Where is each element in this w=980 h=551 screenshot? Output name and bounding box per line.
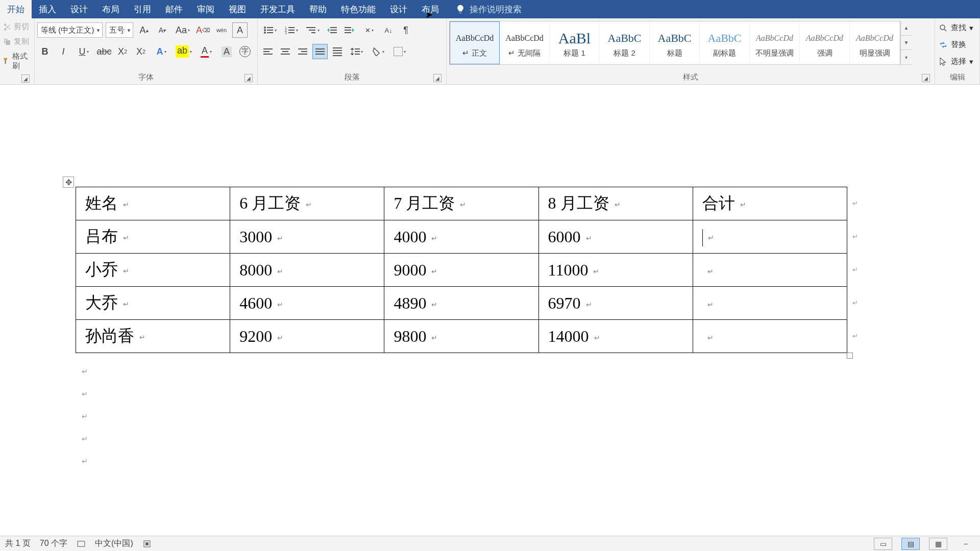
phonetic-guide-button[interactable]: wén (214, 22, 229, 38)
macro-icon[interactable] (142, 539, 152, 548)
increase-indent-button[interactable] (342, 22, 357, 38)
table-move-handle[interactable]: ✥ (63, 177, 74, 188)
font-color-button[interactable]: A▾ (197, 44, 216, 59)
select-button[interactable]: 选择▾ (938, 55, 977, 68)
cut-button[interactable]: 剪切 (3, 21, 32, 33)
align-right-button[interactable] (295, 44, 310, 59)
font-name-combo[interactable]: 等线 (中文正文) ▼ (37, 22, 103, 38)
print-layout-button[interactable]: ▤ (901, 538, 920, 550)
copy-button[interactable]: 复制 (3, 36, 32, 47)
shrink-font-button[interactable]: A▾ (155, 22, 170, 38)
web-layout-button[interactable]: ▦ (929, 538, 947, 550)
table-cell[interactable]: 9800↵ (384, 320, 538, 353)
highlight-button[interactable]: ab▾ (174, 44, 193, 59)
word-count[interactable]: 70 个字 (40, 538, 67, 549)
table-cell[interactable]: 4000↵ (384, 220, 538, 254)
asian-layout-button[interactable]: ✕▾ (359, 22, 379, 38)
style-item[interactable]: AaBbC副标题 (700, 21, 750, 64)
table-cell[interactable]: 6970↵ (538, 287, 693, 320)
numbering-button[interactable]: 123▾ (282, 22, 301, 38)
italic-button[interactable]: I (56, 44, 71, 59)
tab-table-layout[interactable]: 布局 (414, 0, 446, 18)
sort-button[interactable]: A↓ (381, 22, 396, 38)
shading-button[interactable]: ▾ (369, 44, 388, 59)
table-cell[interactable]: 8000↵ (230, 254, 384, 287)
gallery-more-button[interactable]: ▾ (901, 50, 912, 65)
find-button[interactable]: 查找▾ (938, 21, 977, 35)
char-shading-button[interactable]: A (219, 44, 234, 59)
table-cell[interactable]: 吕布↵ (76, 220, 230, 254)
gallery-up-button[interactable]: ▲ (901, 21, 912, 36)
borders-button[interactable]: ▾ (390, 44, 409, 59)
style-item[interactable]: AaBbCcDd明显强调 (850, 21, 900, 64)
grow-font-button[interactable]: A▴ (136, 22, 152, 38)
align-distributed-button[interactable] (330, 44, 345, 59)
gallery-down-button[interactable]: ▼ (901, 36, 912, 51)
subscript-button[interactable]: X2 (115, 44, 130, 59)
table-header-cell[interactable]: 合计↵↵ (693, 187, 847, 220)
align-justify-button[interactable] (312, 44, 328, 59)
table-cell[interactable]: ↵↵ (693, 287, 847, 320)
table-cell[interactable]: 4890↵ (384, 287, 538, 320)
table-cell[interactable]: 4600↵ (230, 287, 384, 320)
line-spacing-button[interactable]: ▾ (347, 44, 366, 59)
table-header-cell[interactable]: 8 月工资↵ (538, 187, 693, 220)
style-item[interactable]: AaBbCcDd强调 (800, 21, 850, 64)
font-launcher[interactable]: ◢ (244, 74, 253, 82)
clear-formatting-button[interactable]: A⌫ (195, 22, 211, 38)
zoom-out-button[interactable]: − (957, 538, 975, 550)
table-cell[interactable]: 11000↵ (538, 254, 693, 287)
tab-design[interactable]: 设计 (63, 0, 95, 18)
clipboard-launcher[interactable]: ◢ (21, 74, 30, 83)
underline-button[interactable]: U▾ (74, 44, 93, 59)
tab-developer[interactable]: 开发工具 (253, 0, 302, 18)
styles-launcher[interactable]: ◢ (922, 74, 930, 82)
table-cell[interactable]: ↵↵ (693, 320, 847, 353)
language-indicator[interactable]: 中文(中国) (95, 538, 133, 549)
table-cell[interactable]: 3000↵ (230, 220, 384, 254)
tab-help[interactable]: 帮助 (302, 0, 334, 18)
superscript-button[interactable]: X2 (133, 44, 149, 59)
style-item[interactable]: AaBbCcDd不明显强调 (750, 21, 800, 64)
style-item[interactable]: AaBl标题 1 (550, 21, 600, 64)
bold-button[interactable]: B (37, 44, 53, 59)
change-case-button[interactable]: Aa▾ (173, 22, 192, 38)
table-resize-handle[interactable] (847, 353, 853, 359)
table-cell[interactable]: 9200↵ (230, 320, 384, 353)
char-border-button[interactable]: A (232, 22, 248, 38)
style-item[interactable]: AaBbC标题 (650, 21, 700, 64)
format-painter-button[interactable]: 格式刷 (3, 51, 32, 72)
style-item[interactable]: AaBbC标题 2 (600, 21, 650, 64)
multilevel-list-button[interactable]: ▾ (303, 22, 323, 38)
document-area[interactable]: ✥ 姓名↵6 月工资↵7 月工资↵8 月工资↵合计↵↵吕布↵3000↵4000↵… (0, 85, 980, 536)
table-header-cell[interactable]: 6 月工资↵ (230, 187, 384, 220)
read-mode-button[interactable]: ▭ (874, 538, 892, 550)
table-cell[interactable]: 大乔↵ (76, 287, 230, 320)
enclose-char-button[interactable]: 字 (237, 44, 253, 59)
show-marks-button[interactable]: ¶ (398, 22, 413, 38)
page-indicator[interactable]: 共 1 页 (5, 538, 31, 549)
decrease-indent-button[interactable] (325, 22, 340, 38)
text-effects-button[interactable]: A▾ (152, 44, 171, 59)
tell-me-search[interactable]: 操作说明搜索 (470, 4, 522, 15)
tab-home[interactable]: 开始 (0, 0, 32, 18)
tab-mailings[interactable]: 邮件 (158, 0, 190, 18)
tab-insert[interactable]: 插入 (32, 0, 63, 18)
style-item[interactable]: AaBbCcDd↵ 正文 (450, 21, 500, 64)
table-cell[interactable]: 9000↵ (384, 254, 538, 287)
tab-references[interactable]: 引用 (127, 0, 158, 18)
table-header-cell[interactable]: 姓名↵ (76, 187, 230, 220)
style-item[interactable]: AaBbCcDd↵ 无间隔 (500, 21, 550, 64)
salary-table[interactable]: 姓名↵6 月工资↵7 月工资↵8 月工资↵合计↵↵吕布↵3000↵4000↵60… (76, 187, 847, 353)
font-size-combo[interactable]: 五号 ▼ (106, 22, 133, 38)
tab-table-design[interactable]: 设计 (383, 0, 414, 18)
align-center-button[interactable] (278, 44, 293, 59)
bullets-button[interactable]: ▾ (260, 22, 280, 38)
align-left-button[interactable] (260, 44, 276, 59)
paragraph-launcher[interactable]: ◢ (433, 74, 442, 82)
spellcheck-icon[interactable] (77, 539, 86, 548)
table-cell[interactable]: ↵↵ (693, 254, 847, 287)
table-cell[interactable]: ↵↵ (693, 220, 847, 254)
tab-layout[interactable]: 布局 (95, 0, 127, 18)
table-cell[interactable]: 孙尚香↵ (76, 320, 230, 353)
